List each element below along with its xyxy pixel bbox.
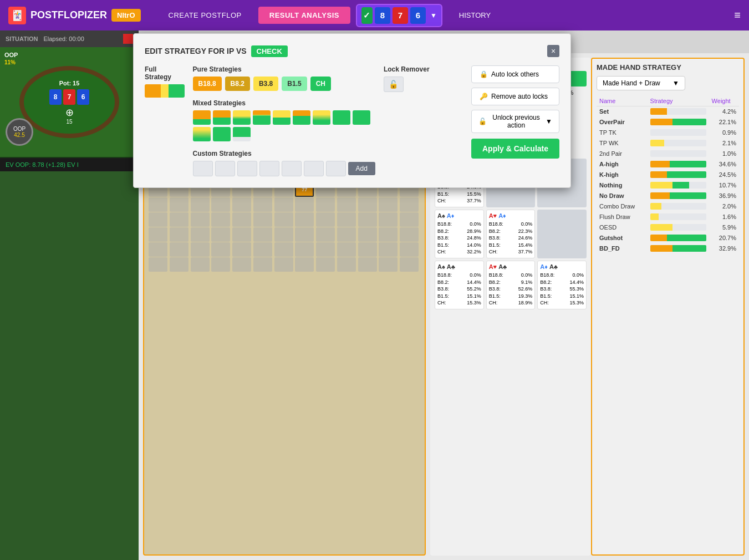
hamburger-menu-icon[interactable]: ≡ xyxy=(734,9,741,22)
cell-r9c9[interactable] xyxy=(316,197,335,212)
cell-r10c10[interactable] xyxy=(337,212,356,227)
table-row[interactable]: OESD5.9% xyxy=(597,222,739,233)
cell-r9c5[interactable] xyxy=(232,197,251,212)
cell-r12c6[interactable] xyxy=(253,242,272,257)
cell-r11c10[interactable] xyxy=(337,227,356,242)
cell-r12c3[interactable] xyxy=(191,242,210,257)
table-row[interactable]: Gutshot20.7% xyxy=(597,233,739,243)
ms-bar-12[interactable] xyxy=(233,127,251,141)
made-hand-dropdown[interactable]: Made Hand + Draw ▼ xyxy=(597,76,685,90)
cell-r11c7[interactable] xyxy=(274,227,293,242)
cell-r13c4[interactable] xyxy=(211,257,230,272)
table-row[interactable]: TP TK0.9% xyxy=(597,128,739,138)
ms-bar-1[interactable] xyxy=(193,110,211,125)
ps-b3-btn[interactable]: B3.8 xyxy=(253,77,278,91)
table-row[interactable]: Flush Draw1.6% xyxy=(597,212,739,222)
cell-r10c1[interactable] xyxy=(149,212,167,227)
ps-b1-btn[interactable]: B1.5 xyxy=(282,77,307,91)
cell-r10c7[interactable] xyxy=(274,212,293,227)
table-row[interactable]: Nothing10.7% xyxy=(597,180,739,191)
cell-r9c10[interactable] xyxy=(337,197,356,212)
ms-bar-9[interactable] xyxy=(353,110,370,125)
cell-r10c12[interactable] xyxy=(379,212,398,227)
table-row[interactable]: Combo Draw2.0% xyxy=(597,201,739,212)
ps-b18-btn[interactable]: B18.8 xyxy=(193,77,222,91)
cell-r13c12[interactable] xyxy=(379,257,398,272)
table-row[interactable]: Set4.2% xyxy=(597,106,739,117)
ms-bar-2[interactable] xyxy=(213,110,231,125)
ms-bar-4[interactable] xyxy=(253,110,271,125)
cards-dropdown-arrow[interactable]: ▼ xyxy=(430,12,437,19)
cell-r11c9[interactable] xyxy=(316,227,335,242)
cell-r11c11[interactable] xyxy=(358,227,377,242)
cell-r11c1[interactable] xyxy=(149,227,167,242)
cell-r11c2[interactable] xyxy=(170,227,188,242)
history-btn[interactable]: HISTORY xyxy=(448,7,502,24)
table-row[interactable]: K-high24.5% xyxy=(597,170,739,180)
cell-r13c7[interactable] xyxy=(274,257,293,272)
cell-r10c5[interactable] xyxy=(232,212,251,227)
lock-icon-btn[interactable]: 🔓 xyxy=(384,77,404,92)
cell-r11c5[interactable] xyxy=(232,227,251,242)
table-row[interactable]: BD_FD32.9% xyxy=(597,243,739,254)
cell-r13c5[interactable] xyxy=(232,257,251,272)
cell-r11c3[interactable] xyxy=(191,227,210,242)
cell-r12c1[interactable] xyxy=(149,242,167,257)
hand-card-ASpACl[interactable]: A♠ A♣ B18.8:0.0% B8.2:14.4% B3.8:55.2% B… xyxy=(435,261,484,309)
cell-r12c5[interactable] xyxy=(232,242,251,257)
unlock-previous-action-btn[interactable]: 🔓 Unlock previous action ▼ xyxy=(471,110,559,133)
cell-r13c9[interactable] xyxy=(316,257,335,272)
cell-r9c8[interactable] xyxy=(295,197,314,212)
cell-r10c13[interactable] xyxy=(400,212,419,227)
board-cards-display[interactable]: ✓ 8 7 6 ▼ xyxy=(356,4,442,27)
cell-r10c2[interactable] xyxy=(170,212,188,227)
cell-r12c2[interactable] xyxy=(170,242,188,257)
ms-bar-10[interactable] xyxy=(193,127,211,141)
ms-bar-11[interactable] xyxy=(213,127,231,141)
cell-r13c8[interactable] xyxy=(295,257,314,272)
cell-r9c4[interactable] xyxy=(211,197,230,212)
cell-r10c6[interactable] xyxy=(253,212,272,227)
cell-r13c3[interactable] xyxy=(191,257,210,272)
remove-auto-locks-btn[interactable]: 🔑 Remove auto locks xyxy=(471,88,559,105)
ms-bar-5[interactable] xyxy=(273,110,291,125)
cell-r12c8[interactable] xyxy=(295,242,314,257)
result-analysis-btn[interactable]: RESULT ANALYSIS xyxy=(258,7,350,24)
ps-b8-btn[interactable]: B8.2 xyxy=(225,77,250,91)
modal-close-btn[interactable]: × xyxy=(547,45,559,57)
cell-r13c11[interactable] xyxy=(358,257,377,272)
ms-bar-3[interactable] xyxy=(233,110,251,125)
table-row[interactable]: 2nd Pair1.0% xyxy=(597,149,739,159)
cell-r11c13[interactable] xyxy=(400,227,419,242)
cell-r12c12[interactable] xyxy=(379,242,398,257)
cell-r12c11[interactable] xyxy=(358,242,377,257)
cell-r13c2[interactable] xyxy=(170,257,188,272)
create-postflop-btn[interactable]: CREATE POSTFLOP xyxy=(157,7,253,24)
cell-r9c1[interactable] xyxy=(149,197,167,212)
cell-r9c6[interactable] xyxy=(253,197,272,212)
cell-r11c4[interactable] xyxy=(211,227,230,242)
apply-calculate-btn[interactable]: Apply & Calculate xyxy=(471,139,559,159)
cell-r12c9[interactable] xyxy=(316,242,335,257)
table-row[interactable]: OverPair22.1% xyxy=(597,117,739,128)
cell-r13c13[interactable] xyxy=(400,257,419,272)
cell-r13c1[interactable] xyxy=(149,257,167,272)
table-row[interactable]: TP WK2.1% xyxy=(597,138,739,149)
cell-r9c3[interactable] xyxy=(191,197,210,212)
cell-r10c3[interactable] xyxy=(191,212,210,227)
cell-r10c11[interactable] xyxy=(358,212,377,227)
cell-r10c4[interactable] xyxy=(211,212,230,227)
hand-card-ASpADi[interactable]: A♠ A♦ B18.8:0.0% B8.2:28.9% B3.8:24.8% B… xyxy=(435,210,484,258)
cell-r13c6[interactable] xyxy=(253,257,272,272)
cell-r10c9[interactable] xyxy=(316,212,335,227)
hand-card-ADiACl[interactable]: A♦ A♣ B18.8:0.0% B8.2:14.4% B3.8:55.3% B… xyxy=(537,261,587,309)
cell-r12c13[interactable] xyxy=(400,242,419,257)
ms-bar-6[interactable] xyxy=(293,110,310,125)
ms-bar-8[interactable] xyxy=(333,110,350,125)
auto-lock-others-btn[interactable]: 🔒 Auto lock others xyxy=(471,65,559,83)
cell-r9c2[interactable] xyxy=(170,197,188,212)
ps-ch-btn[interactable]: CH xyxy=(310,77,331,91)
cell-r11c12[interactable] xyxy=(379,227,398,242)
hand-card-AHeACl[interactable]: A♥ A♣ B18.8:0.0% B8.2:9.1% B3.8:52.6% B1… xyxy=(486,261,536,309)
ms-bar-7[interactable] xyxy=(313,110,330,125)
